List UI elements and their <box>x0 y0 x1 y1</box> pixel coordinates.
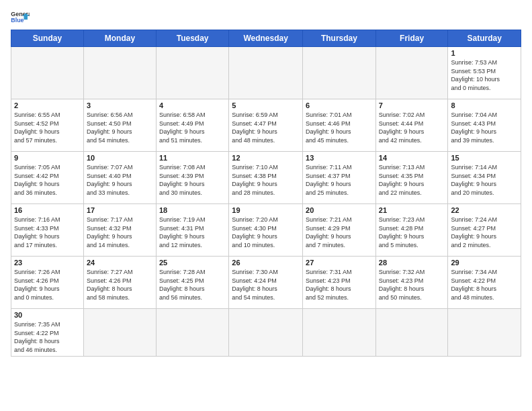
day-info: Sunrise: 7:05 AM Sunset: 4:42 PM Dayligh… <box>14 163 81 197</box>
calendar-cell: 20Sunrise: 7:21 AM Sunset: 4:29 PM Dayli… <box>303 204 376 257</box>
day-number: 1 <box>451 49 518 57</box>
calendar-week-row: 23Sunrise: 7:26 AM Sunset: 4:26 PM Dayli… <box>11 257 521 309</box>
day-number: 12 <box>232 154 300 162</box>
day-info: Sunrise: 7:26 AM Sunset: 4:26 PM Dayligh… <box>14 268 81 302</box>
day-number: 20 <box>306 206 373 214</box>
calendar-cell: 23Sunrise: 7:26 AM Sunset: 4:26 PM Dayli… <box>11 257 84 309</box>
calendar-cell: 22Sunrise: 7:24 AM Sunset: 4:27 PM Dayli… <box>448 204 521 257</box>
day-number: 5 <box>232 101 300 109</box>
calendar-cell <box>229 309 303 357</box>
calendar-cell <box>11 47 84 99</box>
calendar-cell: 26Sunrise: 7:30 AM Sunset: 4:24 PM Dayli… <box>229 257 303 309</box>
day-info: Sunrise: 7:53 AM Sunset: 5:53 PM Dayligh… <box>451 58 518 92</box>
day-info: Sunrise: 7:27 AM Sunset: 4:26 PM Dayligh… <box>87 268 153 302</box>
day-number: 10 <box>87 154 153 162</box>
calendar-cell <box>157 47 229 99</box>
weekday-header-friday: Friday <box>375 30 448 47</box>
day-info: Sunrise: 7:24 AM Sunset: 4:27 PM Dayligh… <box>451 216 518 249</box>
day-info: Sunrise: 7:21 AM Sunset: 4:29 PM Dayligh… <box>306 216 373 249</box>
calendar-week-row: 30Sunrise: 7:35 AM Sunset: 4:22 PM Dayli… <box>11 309 521 357</box>
day-number: 22 <box>451 206 518 214</box>
calendar-cell: 17Sunrise: 7:17 AM Sunset: 4:32 PM Dayli… <box>83 204 156 257</box>
calendar-cell: 18Sunrise: 7:19 AM Sunset: 4:31 PM Dayli… <box>157 204 229 257</box>
svg-text:Blue: Blue <box>11 17 24 24</box>
calendar-cell: 21Sunrise: 7:23 AM Sunset: 4:28 PM Dayli… <box>375 204 448 257</box>
calendar-cell: 24Sunrise: 7:27 AM Sunset: 4:26 PM Dayli… <box>83 257 156 309</box>
calendar-cell <box>157 309 229 357</box>
day-number: 15 <box>451 154 518 162</box>
calendar-cell: 14Sunrise: 7:13 AM Sunset: 4:35 PM Dayli… <box>375 152 448 204</box>
calendar-cell: 28Sunrise: 7:32 AM Sunset: 4:23 PM Dayli… <box>375 257 448 309</box>
page: General Blue SundayMondayTuesdayWednesda… <box>0 0 532 411</box>
day-number: 19 <box>232 206 300 214</box>
calendar-table: SundayMondayTuesdayWednesdayThursdayFrid… <box>11 30 521 357</box>
day-info: Sunrise: 6:58 AM Sunset: 4:49 PM Dayligh… <box>159 111 226 144</box>
day-info: Sunrise: 6:55 AM Sunset: 4:52 PM Dayligh… <box>14 111 81 144</box>
calendar-cell <box>303 309 376 357</box>
day-number: 4 <box>159 101 226 109</box>
calendar-cell <box>83 47 156 99</box>
day-info: Sunrise: 7:14 AM Sunset: 4:34 PM Dayligh… <box>451 163 518 197</box>
day-info: Sunrise: 7:02 AM Sunset: 4:44 PM Dayligh… <box>379 111 445 144</box>
calendar-cell: 3Sunrise: 6:56 AM Sunset: 4:50 PM Daylig… <box>83 99 156 152</box>
day-number: 26 <box>232 259 300 267</box>
day-info: Sunrise: 7:07 AM Sunset: 4:40 PM Dayligh… <box>87 163 153 197</box>
weekday-header-thursday: Thursday <box>303 30 376 47</box>
calendar-cell: 5Sunrise: 6:59 AM Sunset: 4:47 PM Daylig… <box>229 99 303 152</box>
day-number: 6 <box>306 101 373 109</box>
calendar-cell: 13Sunrise: 7:11 AM Sunset: 4:37 PM Dayli… <box>303 152 376 204</box>
calendar-cell <box>375 47 448 99</box>
day-info: Sunrise: 7:32 AM Sunset: 4:23 PM Dayligh… <box>379 268 445 302</box>
day-number: 25 <box>159 259 226 267</box>
weekday-header-saturday: Saturday <box>448 30 521 47</box>
day-info: Sunrise: 7:13 AM Sunset: 4:35 PM Dayligh… <box>379 163 445 197</box>
day-info: Sunrise: 6:59 AM Sunset: 4:47 PM Dayligh… <box>232 111 300 144</box>
calendar-cell <box>448 309 521 357</box>
calendar-cell: 15Sunrise: 7:14 AM Sunset: 4:34 PM Dayli… <box>448 152 521 204</box>
logo: General Blue <box>11 9 30 24</box>
calendar-cell: 11Sunrise: 7:08 AM Sunset: 4:39 PM Dayli… <box>157 152 229 204</box>
calendar-cell: 9Sunrise: 7:05 AM Sunset: 4:42 PM Daylig… <box>11 152 84 204</box>
day-number: 17 <box>87 206 153 214</box>
day-info: Sunrise: 7:17 AM Sunset: 4:32 PM Dayligh… <box>87 216 153 249</box>
day-info: Sunrise: 7:08 AM Sunset: 4:39 PM Dayligh… <box>159 163 226 197</box>
weekday-header-row: SundayMondayTuesdayWednesdayThursdayFrid… <box>11 30 521 47</box>
calendar-cell <box>303 47 376 99</box>
day-number: 30 <box>14 311 81 319</box>
day-info: Sunrise: 6:56 AM Sunset: 4:50 PM Dayligh… <box>87 111 153 144</box>
calendar-cell <box>375 309 448 357</box>
day-info: Sunrise: 7:30 AM Sunset: 4:24 PM Dayligh… <box>232 268 300 302</box>
day-info: Sunrise: 7:16 AM Sunset: 4:33 PM Dayligh… <box>14 216 81 249</box>
day-number: 27 <box>306 259 373 267</box>
calendar-cell: 25Sunrise: 7:28 AM Sunset: 4:25 PM Dayli… <box>157 257 229 309</box>
weekday-header-tuesday: Tuesday <box>157 30 229 47</box>
day-info: Sunrise: 7:19 AM Sunset: 4:31 PM Dayligh… <box>159 216 226 249</box>
calendar-cell: 30Sunrise: 7:35 AM Sunset: 4:22 PM Dayli… <box>11 309 84 357</box>
calendar-cell: 16Sunrise: 7:16 AM Sunset: 4:33 PM Dayli… <box>11 204 84 257</box>
header: General Blue <box>11 7 521 24</box>
day-number: 29 <box>451 259 518 267</box>
calendar-cell: 27Sunrise: 7:31 AM Sunset: 4:23 PM Dayli… <box>303 257 376 309</box>
calendar-cell: 2Sunrise: 6:55 AM Sunset: 4:52 PM Daylig… <box>11 99 84 152</box>
day-info: Sunrise: 7:10 AM Sunset: 4:38 PM Dayligh… <box>232 163 300 197</box>
calendar-week-row: 1Sunrise: 7:53 AM Sunset: 5:53 PM Daylig… <box>11 47 521 99</box>
day-number: 14 <box>379 154 445 162</box>
day-number: 23 <box>14 259 81 267</box>
calendar-cell: 1Sunrise: 7:53 AM Sunset: 5:53 PM Daylig… <box>448 47 521 99</box>
day-info: Sunrise: 7:34 AM Sunset: 4:22 PM Dayligh… <box>451 268 518 302</box>
calendar-cell: 10Sunrise: 7:07 AM Sunset: 4:40 PM Dayli… <box>83 152 156 204</box>
day-info: Sunrise: 7:01 AM Sunset: 4:46 PM Dayligh… <box>306 111 373 144</box>
calendar-cell: 19Sunrise: 7:20 AM Sunset: 4:30 PM Dayli… <box>229 204 303 257</box>
calendar-cell <box>83 309 156 357</box>
calendar-week-row: 2Sunrise: 6:55 AM Sunset: 4:52 PM Daylig… <box>11 99 521 152</box>
calendar-cell: 6Sunrise: 7:01 AM Sunset: 4:46 PM Daylig… <box>303 99 376 152</box>
day-number: 16 <box>14 206 81 214</box>
calendar-week-row: 9Sunrise: 7:05 AM Sunset: 4:42 PM Daylig… <box>11 152 521 204</box>
day-info: Sunrise: 7:20 AM Sunset: 4:30 PM Dayligh… <box>232 216 300 249</box>
day-number: 3 <box>87 101 153 109</box>
day-number: 24 <box>87 259 153 267</box>
day-info: Sunrise: 7:31 AM Sunset: 4:23 PM Dayligh… <box>306 268 373 302</box>
calendar-cell <box>229 47 303 99</box>
day-number: 21 <box>379 206 445 214</box>
day-number: 13 <box>306 154 373 162</box>
